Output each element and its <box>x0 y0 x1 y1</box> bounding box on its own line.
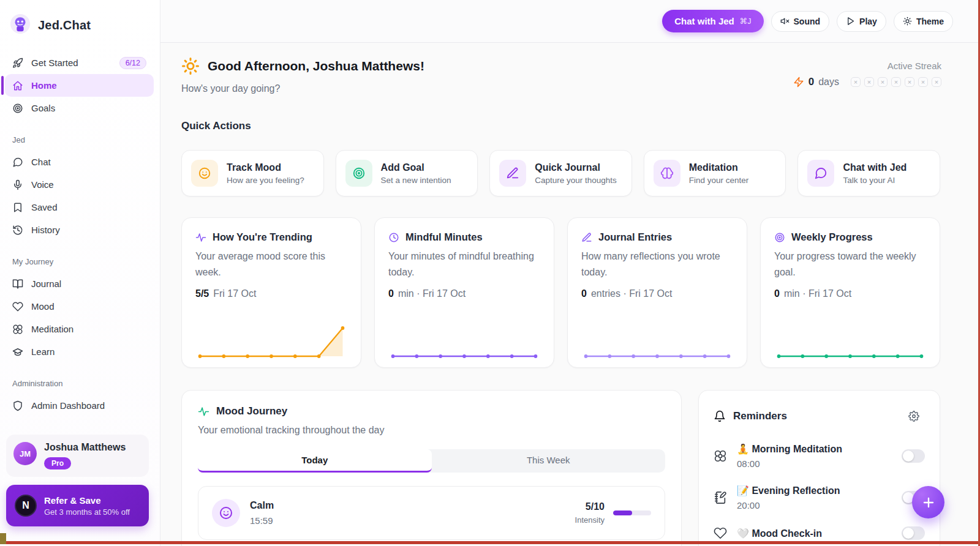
header-action-icon <box>903 17 912 26</box>
streak-day-box[interactable]: × <box>864 77 874 87</box>
sidebar-section-label: My Journey <box>12 257 150 266</box>
quick-action-title: Add Goal <box>381 162 451 173</box>
stat-card[interactable]: How You're Trending Your average mood sc… <box>181 217 361 368</box>
reminders-card: Reminders 🧘 Morning Meditation 08:00 📝 E… <box>698 390 940 546</box>
header-action-label: Sound <box>794 17 821 26</box>
stat-card[interactable]: Mindful Minutes Your minutes of mindful … <box>374 217 554 368</box>
reminder-toggle[interactable] <box>902 449 925 463</box>
quick-action-icon-box <box>807 160 834 187</box>
reminder-row: 📝 Evening Reflection 20:00 <box>714 485 925 510</box>
sidebar-item-label: Mood <box>31 301 55 312</box>
reminders-settings-button[interactable] <box>903 405 925 427</box>
header-action-button[interactable]: Play <box>837 11 886 32</box>
mood-journey-tabs: Today This Week <box>198 449 665 473</box>
sidebar-section: My Journey Journal Mood Medi <box>0 257 160 363</box>
header-action-button[interactable]: Sound <box>771 11 830 32</box>
sidebar-item-label: History <box>31 225 60 235</box>
mini-line-chart <box>388 323 540 360</box>
sidebar: Jed.Chat Get Started 6/12 Home <box>0 0 160 546</box>
sidebar-item-label: Goals <box>31 103 55 113</box>
user-card[interactable]: JM Joshua Matthews Pro <box>6 435 149 477</box>
sidebar-item-icon <box>12 301 23 312</box>
reminder-label: 📝 Evening Reflection <box>737 485 840 496</box>
sidebar-item[interactable]: Admin Dashboard <box>5 394 154 417</box>
streak-day-box[interactable]: × <box>878 77 888 87</box>
streak-day-box[interactable]: × <box>851 77 861 87</box>
sidebar-item[interactable]: Mood <box>5 295 154 318</box>
sidebar-item[interactable]: Journal <box>5 272 154 295</box>
quick-action-card[interactable]: Chat with Jed Talk to your AI <box>797 150 940 196</box>
active-streak: Active Streak 0 days ××××××× <box>793 61 941 88</box>
sidebar-item[interactable]: Chat <box>5 151 154 173</box>
mood-journey-tab[interactable]: Today <box>198 449 432 473</box>
quick-action-icon-box <box>191 160 218 187</box>
stat-card-value-row: 0min · Fri 17 Oct <box>388 288 540 299</box>
quick-action-subtitle: Capture your thoughts <box>535 176 617 185</box>
reminder-type-icon <box>714 449 727 463</box>
stat-card-icon <box>388 232 399 243</box>
streak-count: 0 <box>809 76 814 88</box>
reminder-row: 🧘 Morning Meditation 08:00 <box>714 443 925 469</box>
stat-card-value-row: 0entries · Fri 17 Oct <box>581 288 733 299</box>
mood-time: 15:59 <box>250 515 274 526</box>
app-title: Jed.Chat <box>38 18 91 32</box>
stat-card-title: Weekly Progress <box>791 231 873 243</box>
sidebar-item[interactable]: Voice <box>5 173 154 196</box>
chat-with-jed-button[interactable]: Chat with Jed ⌘J <box>662 10 763 32</box>
quick-action-card[interactable]: Meditation Find your center <box>644 150 786 196</box>
reminder-toggle[interactable] <box>902 526 925 540</box>
tab-label: Today <box>301 455 328 465</box>
reminders-title: Reminders <box>733 410 787 422</box>
reminder-label: 🧘 Morning Meditation <box>737 443 842 455</box>
stat-card-value: 0 <box>774 288 780 299</box>
intensity-value: 5/10 <box>586 501 605 512</box>
intensity-bar-fill <box>613 510 632 515</box>
quick-action-card[interactable]: Track Mood How are you feeling? <box>181 150 324 196</box>
avatar: JM <box>13 442 37 465</box>
sidebar-item-icon <box>12 324 23 335</box>
sidebar-item-label: Chat <box>31 157 51 167</box>
sidebar-item-icon <box>12 157 23 168</box>
refer-save-banner[interactable]: N Refer & Save Get 3 months at 50% off <box>6 485 149 526</box>
stat-card-icon <box>195 232 206 243</box>
mood-journey-tab[interactable]: This Week <box>432 449 666 473</box>
streak-day-box[interactable]: × <box>905 77 914 87</box>
mood-entry-row[interactable]: Calm 15:59 5/10 Intensity <box>198 486 665 540</box>
screenshot-corner-artifact <box>0 533 6 544</box>
sidebar-item-icon <box>12 58 23 69</box>
streak-label: Active Streak <box>888 61 941 71</box>
floating-add-button[interactable] <box>912 486 944 518</box>
sidebar-item-icon <box>12 279 23 290</box>
sidebar-item[interactable]: Get Started 6/12 <box>5 51 154 74</box>
header-action-icon <box>780 17 790 26</box>
sidebar-section-label: Administration <box>12 379 150 388</box>
quick-action-card[interactable]: Quick Journal Capture your thoughts <box>489 150 632 196</box>
sidebar-item-label: Saved <box>31 202 58 212</box>
stats-row: How You're Trending Your average mood sc… <box>181 217 940 368</box>
quick-action-card[interactable]: Add Goal Set a new intention <box>336 150 478 196</box>
streak-day-box[interactable]: × <box>891 77 901 87</box>
stat-card-value: 0 <box>581 288 587 299</box>
bell-icon <box>714 410 726 422</box>
app-logo[interactable]: Jed.Chat <box>0 0 160 43</box>
streak-day-box[interactable]: × <box>932 77 941 87</box>
toggle-knob <box>903 528 914 539</box>
sidebar-item[interactable]: Saved <box>5 196 154 219</box>
header-action-button[interactable]: Theme <box>894 11 953 32</box>
header-action-label: Theme <box>916 17 944 26</box>
stat-card[interactable]: Weekly Progress Your progress toward the… <box>760 217 940 368</box>
sidebar-item[interactable]: Learn <box>5 340 154 363</box>
mood-name: Calm <box>250 500 274 511</box>
sidebar-item[interactable]: Home <box>5 74 154 97</box>
user-name: Joshua Matthews <box>44 442 126 453</box>
quick-action-icon-box <box>345 160 372 187</box>
sun-icon <box>181 57 200 75</box>
sidebar-item[interactable]: History <box>5 219 154 241</box>
stat-card[interactable]: Journal Entries How many reflections you… <box>567 217 747 368</box>
sidebar-item[interactable]: Meditation <box>5 318 154 340</box>
streak-day-box[interactable]: × <box>918 77 928 87</box>
sidebar-item[interactable]: Goals <box>5 97 154 119</box>
sidebar-item-icon <box>12 346 23 357</box>
sidebar-item-label: Journal <box>31 279 61 289</box>
greeting-block: Good Afternoon, Joshua Matthews! How's y… <box>181 57 424 94</box>
